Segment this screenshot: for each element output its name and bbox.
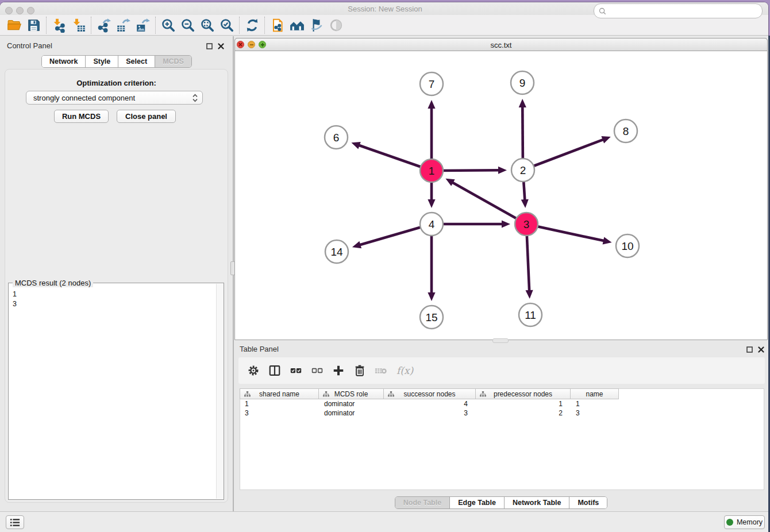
tab-select[interactable]: Select xyxy=(118,56,155,67)
memory-status-icon xyxy=(726,519,733,526)
graph-edge-2-8[interactable] xyxy=(523,136,611,170)
table-cell[interactable]: dominator xyxy=(319,408,384,418)
mcds-result-list[interactable]: 13 xyxy=(9,287,211,500)
zoom-out-icon[interactable] xyxy=(178,17,198,34)
export-table-icon[interactable] xyxy=(114,17,133,34)
graph-node-9[interactable]: 9 xyxy=(511,71,534,94)
memory-label: Memory xyxy=(737,518,763,526)
tab-edge-table[interactable]: Edge Table xyxy=(449,497,504,508)
gear-icon[interactable] xyxy=(244,362,263,379)
graph-node-11[interactable]: 11 xyxy=(519,303,542,326)
export-network-icon[interactable] xyxy=(94,17,114,34)
control-panel-close-icon[interactable] xyxy=(217,43,224,49)
table-cell[interactable]: 1 xyxy=(240,399,319,408)
graph-node-label: 14 xyxy=(330,246,343,258)
column-header-successor-nodes[interactable]: successor nodes xyxy=(384,388,476,399)
export-image-icon[interactable] xyxy=(133,17,153,34)
save-session-icon[interactable] xyxy=(24,17,44,34)
graph-node-7[interactable]: 7 xyxy=(420,72,443,95)
show-networks-icon[interactable] xyxy=(287,17,307,34)
table-cell[interactable]: 1 xyxy=(476,399,571,408)
graph-node-14[interactable]: 14 xyxy=(325,240,348,263)
graph-node-label: 4 xyxy=(429,218,435,230)
zoom-fit-icon[interactable] xyxy=(198,17,217,34)
open-file-icon[interactable] xyxy=(5,17,24,34)
toolbar-separator xyxy=(239,17,240,34)
import-network-icon[interactable] xyxy=(49,17,69,34)
graph-node-3[interactable]: 3 xyxy=(515,213,538,236)
table-cell[interactable]: 3 xyxy=(384,408,476,418)
control-panel-float-icon[interactable] xyxy=(206,43,213,49)
table-cell[interactable]: 3 xyxy=(240,408,319,418)
duplicate-network-icon[interactable] xyxy=(268,17,287,34)
columns-icon[interactable] xyxy=(265,362,284,379)
graph-node-label: 10 xyxy=(621,240,633,252)
tab-network[interactable]: Network xyxy=(42,56,85,67)
eye-disabled-icon xyxy=(326,17,346,34)
memory-button[interactable]: Memory xyxy=(724,515,765,529)
graph-node-4[interactable]: 4 xyxy=(420,213,443,236)
table-cell[interactable]: dominator xyxy=(319,399,384,408)
zoom-in-icon[interactable] xyxy=(159,17,178,34)
refresh-icon[interactable] xyxy=(242,17,262,34)
column-header-predecessor-nodes[interactable]: predecessor nodes xyxy=(476,388,571,399)
table-row[interactable]: 1dominator411 xyxy=(240,399,619,408)
tab-motifs[interactable]: Motifs xyxy=(569,497,607,508)
import-table-icon[interactable] xyxy=(69,17,88,34)
search-input[interactable] xyxy=(606,6,762,16)
add-column-icon[interactable] xyxy=(329,362,348,379)
table-cell[interactable]: 4 xyxy=(384,399,476,408)
graph-node-label: 6 xyxy=(333,132,340,144)
criterion-select[interactable]: strongly connected component xyxy=(26,91,203,105)
graph-node-label: 3 xyxy=(523,218,530,230)
mcds-result-scrollbar[interactable] xyxy=(216,284,224,499)
tab-network-table[interactable]: Network Table xyxy=(504,497,569,508)
graph-node-6[interactable]: 6 xyxy=(325,126,348,149)
graph-node-2[interactable]: 2 xyxy=(511,159,534,182)
graph-edge-3-1[interactable] xyxy=(445,179,526,224)
uncheck-all-icon[interactable] xyxy=(308,362,326,379)
zoom-selected-icon[interactable] xyxy=(217,17,237,34)
check-all-icon[interactable] xyxy=(287,362,305,379)
close-panel-button[interactable]: Close panel xyxy=(117,110,176,123)
tab-mcds[interactable]: MCDS xyxy=(155,56,191,67)
table-panel-tabs: Node TableEdge TableNetwork TableMotifs xyxy=(234,496,768,509)
hierarchy-icon xyxy=(323,391,329,399)
table-row[interactable]: 3dominator323 xyxy=(240,408,619,418)
graph-node-10[interactable]: 10 xyxy=(616,234,639,257)
function-builder-label[interactable]: f(x) xyxy=(393,365,413,376)
run-mcds-button[interactable]: Run MCDS xyxy=(54,110,109,123)
table-panel-float-icon[interactable] xyxy=(746,346,753,353)
table-cell[interactable]: 2 xyxy=(476,408,571,418)
search-icon xyxy=(599,7,606,15)
graph-node-8[interactable]: 8 xyxy=(614,119,637,142)
tab-style[interactable]: Style xyxy=(85,56,118,67)
column-header-MCDS-role[interactable]: MCDS role xyxy=(319,388,384,399)
delete-column-icon[interactable] xyxy=(351,362,369,379)
column-header-name[interactable]: name xyxy=(571,388,619,399)
toolbar-separator xyxy=(91,17,92,34)
graph-edge-1-6[interactable] xyxy=(351,142,432,171)
control-panel-title: Control Panel xyxy=(7,41,52,50)
network-graph-canvas[interactable]: 7968124314101511 xyxy=(235,51,767,340)
node-table-rows: 1dominator4113dominator323 xyxy=(240,399,619,418)
graph-edge-3-10[interactable] xyxy=(526,224,612,244)
flag-icon[interactable] xyxy=(307,17,326,34)
graph-node-1[interactable]: 1 xyxy=(420,159,443,182)
table-toolbar: f(x) xyxy=(238,357,765,384)
graph-node-15[interactable]: 15 xyxy=(420,306,443,329)
table-cell[interactable]: 1 xyxy=(571,399,619,408)
column-header-label: MCDS role xyxy=(334,390,368,398)
table-cell[interactable]: 3 xyxy=(571,408,619,418)
column-header-shared-name[interactable]: shared name xyxy=(240,388,319,399)
control-panel-tabs: NetworkStyleSelectMCDS xyxy=(0,55,233,68)
hierarchy-icon xyxy=(244,391,251,399)
graph-edge-4-14[interactable] xyxy=(352,224,432,248)
table-panel-close-icon[interactable] xyxy=(757,346,764,353)
task-history-button[interactable] xyxy=(6,515,24,529)
delete-table-icon xyxy=(372,362,390,379)
graph-node-label: 2 xyxy=(520,164,526,176)
node-table-header: shared nameMCDS rolesuccessor nodesprede… xyxy=(240,388,619,399)
tab-node-table[interactable]: Node Table xyxy=(395,497,449,508)
horizontal-divider-grip[interactable] xyxy=(492,338,509,343)
